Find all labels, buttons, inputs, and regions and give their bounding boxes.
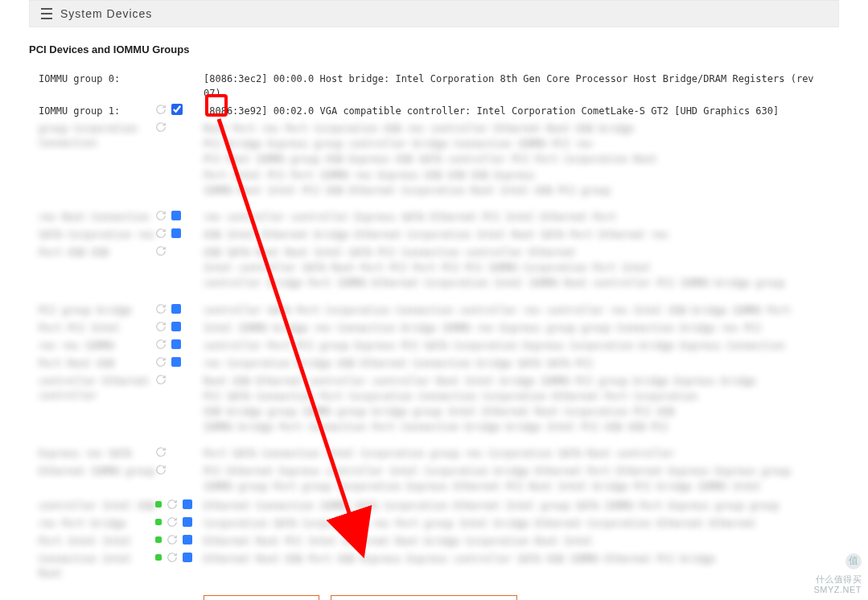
device-checkbox-redacted[interactable] bbox=[171, 357, 181, 367]
iommu-label-redacted: PCI group bridge bbox=[39, 302, 155, 318]
iommu-row-redacted: SATA Corporation rev USB Intel Ethernet … bbox=[39, 226, 829, 242]
iommu-row-redacted: Port Intel Intel Ethernet Root PCI Intel… bbox=[39, 532, 829, 549]
reload-icon[interactable] bbox=[155, 228, 167, 239]
reload-icon[interactable] bbox=[155, 303, 167, 314]
device-description-redacted: controller Port PCI group Express PCI SA… bbox=[204, 337, 829, 353]
reload-icon[interactable] bbox=[167, 516, 178, 528]
reload-icon[interactable] bbox=[155, 210, 167, 221]
iommu-label-redacted: controller Ethernet controller bbox=[39, 372, 155, 403]
iommu-row-redacted: controller Intel USB Ethernet Connection… bbox=[39, 497, 829, 513]
iommu-row: IOMMU group 1: [8086:3e92] 00:02.0 VGA c… bbox=[39, 102, 829, 118]
device-description: [8086:3ec2] 00:00.0 Host bridge: Intel C… bbox=[204, 70, 829, 101]
watermark: 什么值得买 SMYZ.NET bbox=[813, 553, 862, 595]
reload-icon[interactable] bbox=[155, 356, 167, 368]
iommu-label-redacted: Port Root USB bbox=[39, 355, 155, 371]
iommu-row-redacted: Ethernet IOMMU group PCI Ethernet Expres… bbox=[39, 462, 829, 495]
device-description-redacted: Corporation SATA Corporation rev Port gr… bbox=[204, 515, 829, 531]
reload-icon[interactable] bbox=[155, 104, 167, 115]
action-buttons: VIEW VFIO-PCI LOG BIND SELECTED TO VFIO … bbox=[204, 595, 829, 600]
iommu-label-redacted: Express rev SATA bbox=[39, 445, 155, 461]
iommu-label-redacted: Port USB USB bbox=[39, 244, 155, 260]
device-checkbox-redacted[interactable] bbox=[171, 304, 181, 314]
iommu-label-redacted: Port Intel Intel bbox=[39, 532, 155, 549]
iommu-row-redacted: rev Port bridge Corporation SATA Corpora… bbox=[39, 515, 829, 531]
status-dot bbox=[155, 554, 162, 561]
iommu-label: IOMMU group 1: bbox=[39, 102, 155, 118]
panel-title: System Devices bbox=[60, 7, 152, 20]
device-description-redacted: USB SATA Root Root Intel SATA PCI Connec… bbox=[204, 244, 829, 292]
device-description-redacted: Root Port rev Port Corporation USB rev c… bbox=[204, 120, 829, 199]
bind-selected-button[interactable]: BIND SELECTED TO VFIO AT BOOT bbox=[331, 595, 516, 600]
iommu-row-redacted: group Corporation Connection Root Port r… bbox=[39, 120, 829, 199]
reload-icon[interactable] bbox=[155, 121, 167, 133]
status-dot bbox=[155, 501, 162, 508]
iommu-label-redacted: controller Intel USB bbox=[39, 497, 155, 513]
reload-icon[interactable] bbox=[155, 464, 167, 475]
device-checkbox-redacted[interactable] bbox=[171, 228, 181, 238]
iommu-row-redacted: Port USB USB USB SATA Root Root Intel SA… bbox=[39, 244, 829, 292]
device-description: [8086:3e92] 00:02.0 VGA compatible contr… bbox=[204, 102, 829, 118]
iommu-label-redacted: rev rev IOMMU bbox=[39, 337, 155, 353]
device-checkbox-redacted[interactable] bbox=[171, 339, 181, 349]
iommu-label-redacted: Port PCI Intel bbox=[39, 319, 155, 335]
iommu-row-redacted: controller Ethernet controller Root USB … bbox=[39, 372, 829, 436]
iommu-label-redacted: rev Root Connection bbox=[39, 208, 155, 224]
section-title: PCI Devices and IOMMU Groups bbox=[29, 43, 839, 55]
iommu-row-redacted: PCI group bridge controller SATA Port Co… bbox=[39, 302, 829, 318]
device-checkbox-redacted[interactable] bbox=[171, 211, 181, 220]
device-checkbox-redacted[interactable] bbox=[183, 499, 192, 509]
reload-icon[interactable] bbox=[155, 321, 167, 332]
iommu-row: IOMMU group 0: [8086:3ec2] 00:00.0 Host … bbox=[39, 70, 829, 101]
iommu-label-redacted: rev Port bridge bbox=[39, 515, 155, 531]
iommu-row-redacted: Connection Intel Root Ethernet Root USB … bbox=[39, 550, 829, 581]
device-checkbox[interactable] bbox=[171, 104, 183, 115]
reload-icon[interactable] bbox=[167, 499, 178, 510]
iommu-label-redacted: Connection Intel Root bbox=[39, 550, 155, 581]
device-description-redacted: Ethernet Root USB Port USB Express Expre… bbox=[204, 550, 829, 566]
iommu-row-redacted: Port Root USB rev Corporation bridge USB… bbox=[39, 355, 829, 371]
device-checkbox-redacted[interactable] bbox=[183, 553, 192, 562]
reload-icon[interactable] bbox=[155, 245, 167, 257]
iommu-row-redacted: rev Root Connection rev controller contr… bbox=[39, 208, 829, 224]
iommu-row-redacted: Port PCI Intel Intel IOMMU bridge rev Co… bbox=[39, 319, 829, 335]
iommu-label-redacted: SATA Corporation rev bbox=[39, 226, 155, 242]
device-checkbox-redacted[interactable] bbox=[183, 535, 192, 545]
device-description-redacted: USB Intel Ethernet bridge Ethernet Corpo… bbox=[204, 226, 829, 242]
view-vfio-log-button[interactable]: VIEW VFIO-PCI LOG bbox=[204, 595, 319, 600]
panel-header: System Devices bbox=[29, 0, 839, 27]
device-description-redacted: controller SATA Port Corporation Connect… bbox=[204, 302, 829, 318]
iommu-row-redacted: rev rev IOMMU controller Port PCI group … bbox=[39, 337, 829, 353]
iommu-label-redacted: Ethernet IOMMU group bbox=[39, 462, 155, 479]
iommu-row-redacted: Express rev SATA Port SATA Connection In… bbox=[39, 445, 829, 461]
device-description-redacted: rev controller controller Express SATA E… bbox=[204, 208, 829, 224]
list-icon bbox=[41, 8, 52, 19]
device-description-redacted: rev Corporation bridge USB Ethernet Conn… bbox=[204, 355, 829, 371]
status-dot bbox=[155, 536, 162, 543]
reload-icon[interactable] bbox=[167, 534, 178, 545]
status-dot bbox=[155, 519, 162, 525]
iommu-label: IOMMU group 0: bbox=[39, 70, 155, 86]
reload-icon[interactable] bbox=[155, 374, 167, 385]
reload-icon[interactable] bbox=[155, 446, 167, 458]
device-checkbox-redacted[interactable] bbox=[171, 322, 181, 331]
device-checkbox-redacted[interactable] bbox=[183, 517, 192, 527]
iommu-label-redacted: group Corporation Connection bbox=[39, 120, 155, 150]
device-description-redacted: Ethernet Root PCI Intel Ethernet Root br… bbox=[204, 532, 829, 549]
watermark-badge bbox=[845, 553, 862, 569]
device-list: IOMMU group 0: [8086:3ec2] 00:00.0 Host … bbox=[29, 65, 839, 600]
device-description-redacted: PCI Ethernet Express controller Intel Co… bbox=[204, 462, 829, 495]
device-description-redacted: Root USB Ethernet controller controller … bbox=[204, 372, 829, 436]
device-description-redacted: Ethernet Connection IOMMU SATA Corporati… bbox=[204, 497, 829, 513]
device-description-redacted: Port SATA Connection Intel Corporation g… bbox=[204, 445, 829, 461]
reload-icon[interactable] bbox=[155, 339, 167, 350]
device-description-redacted: Intel IOMMU bridge rev Connection bridge… bbox=[204, 319, 829, 335]
reload-icon[interactable] bbox=[167, 552, 178, 563]
